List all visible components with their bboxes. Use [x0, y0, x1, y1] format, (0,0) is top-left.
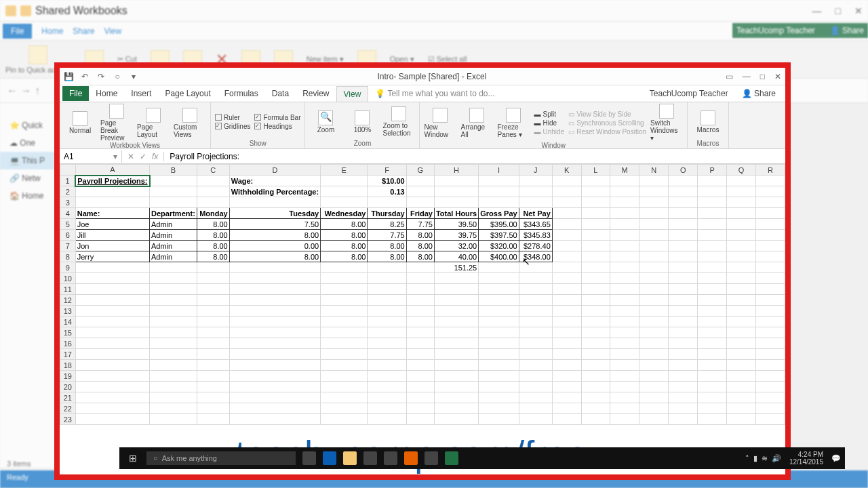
zoom100-button[interactable]: 100%: [346, 110, 378, 134]
cell-A3[interactable]: [75, 197, 149, 208]
col-header-Q[interactable]: Q: [726, 165, 755, 176]
cell-J8[interactable]: $348.00: [519, 251, 552, 262]
cell-O23[interactable]: [669, 414, 698, 425]
cell-Q22[interactable]: [726, 403, 755, 414]
cell-K15[interactable]: [552, 327, 581, 338]
cell-C7[interactable]: 8.00: [197, 241, 229, 251]
cell-L22[interactable]: [581, 403, 610, 414]
cell-K1[interactable]: [552, 176, 581, 186]
cell-F18[interactable]: [368, 360, 406, 371]
cell-G5[interactable]: 7.75: [406, 219, 434, 230]
cell-L14[interactable]: [581, 317, 610, 327]
cell-B20[interactable]: [150, 382, 197, 392]
cell-I15[interactable]: [479, 327, 519, 338]
col-header-O[interactable]: O: [669, 165, 698, 176]
cell-H6[interactable]: 39.75: [434, 230, 478, 241]
cell-J20[interactable]: [519, 382, 552, 392]
cell-E9[interactable]: [321, 262, 368, 273]
cell-G4[interactable]: Friday: [406, 208, 434, 219]
cell-M4[interactable]: [610, 208, 639, 219]
cell-Q7[interactable]: [726, 241, 755, 251]
cell-Q1[interactable]: [726, 176, 755, 186]
row-header-19[interactable]: 19: [60, 371, 76, 382]
cell-E16[interactable]: [321, 338, 368, 349]
cell-E20[interactable]: [321, 382, 368, 392]
cell-O20[interactable]: [669, 382, 698, 392]
cell-B8[interactable]: Admin: [150, 251, 197, 262]
cell-E14[interactable]: [321, 317, 368, 327]
cell-P21[interactable]: [698, 392, 727, 403]
cell-E13[interactable]: [321, 306, 368, 317]
cell-J1[interactable]: [519, 176, 552, 186]
cell-E3[interactable]: [321, 197, 368, 208]
cell-G12[interactable]: [406, 295, 434, 306]
cell-O1[interactable]: [669, 176, 698, 186]
cell-L13[interactable]: [581, 306, 610, 317]
cell-N21[interactable]: [639, 392, 669, 403]
cell-R21[interactable]: [756, 392, 785, 403]
cell-I23[interactable]: [479, 414, 519, 425]
cell-A21[interactable]: [75, 392, 149, 403]
col-header-A[interactable]: A: [75, 165, 149, 176]
cell-E5[interactable]: 8.00: [321, 219, 368, 230]
edge-icon[interactable]: [323, 451, 336, 465]
cell-A14[interactable]: [75, 317, 149, 327]
cell-L21[interactable]: [581, 392, 610, 403]
row-header-23[interactable]: 23: [60, 414, 76, 425]
cell-H14[interactable]: [434, 317, 478, 327]
cell-H2[interactable]: [434, 186, 478, 197]
cell-O5[interactable]: [669, 219, 698, 230]
col-header-P[interactable]: P: [698, 165, 727, 176]
cell-H22[interactable]: [434, 403, 478, 414]
cell-P7[interactable]: [698, 241, 727, 251]
cell-Q18[interactable]: [726, 360, 755, 371]
cell-H19[interactable]: [434, 371, 478, 382]
cell-O3[interactable]: [669, 197, 698, 208]
row-header-11[interactable]: 11: [60, 284, 76, 295]
cell-J6[interactable]: $345.83: [519, 230, 552, 241]
cell-O10[interactable]: [669, 273, 698, 284]
cell-J9[interactable]: [519, 262, 552, 273]
cell-H12[interactable]: [434, 295, 478, 306]
cell-M2[interactable]: [610, 186, 639, 197]
cell-H11[interactable]: [434, 284, 478, 295]
cell-E22[interactable]: [321, 403, 368, 414]
col-header-E[interactable]: E: [321, 165, 368, 176]
cell-J5[interactable]: $343.65: [519, 219, 552, 230]
cell-H9[interactable]: 151.25: [434, 262, 478, 273]
formula-input[interactable]: Payroll Projections:: [164, 150, 785, 163]
tell-me[interactable]: 💡 Tell me what you want to do...: [368, 86, 501, 101]
cell-N23[interactable]: [639, 414, 669, 425]
enter-icon[interactable]: ✓: [140, 152, 146, 161]
row-header-9[interactable]: 9: [60, 262, 76, 273]
cell-K17[interactable]: [552, 349, 581, 360]
cell-A1[interactable]: Payroll Projections:: [75, 176, 149, 186]
cell-R14[interactable]: [756, 317, 785, 327]
cell-I16[interactable]: [479, 338, 519, 349]
cell-R19[interactable]: [756, 371, 785, 382]
cell-B15[interactable]: [150, 327, 197, 338]
cell-J10[interactable]: [519, 273, 552, 284]
cell-R1[interactable]: [756, 176, 785, 186]
cell-I10[interactable]: [479, 273, 519, 284]
cell-J11[interactable]: [519, 284, 552, 295]
cell-B19[interactable]: [150, 371, 197, 382]
cell-Q20[interactable]: [726, 382, 755, 392]
wifi-icon[interactable]: ≋: [762, 454, 768, 463]
cell-D12[interactable]: [229, 295, 320, 306]
cancel-icon[interactable]: ✕: [127, 152, 134, 161]
row-header-4[interactable]: 4: [60, 208, 76, 219]
cell-R6[interactable]: [756, 230, 785, 241]
cell-R3[interactable]: [756, 197, 785, 208]
col-header-G[interactable]: G: [406, 165, 434, 176]
cell-I12[interactable]: [479, 295, 519, 306]
cell-G20[interactable]: [406, 382, 434, 392]
cell-N17[interactable]: [639, 349, 669, 360]
cell-G22[interactable]: [406, 403, 434, 414]
col-header-M[interactable]: M: [610, 165, 639, 176]
cell-C10[interactable]: [197, 273, 229, 284]
cell-A7[interactable]: Jon: [75, 241, 149, 251]
cell-N13[interactable]: [639, 306, 669, 317]
cell-L9[interactable]: [581, 262, 610, 273]
cell-M14[interactable]: [610, 317, 639, 327]
